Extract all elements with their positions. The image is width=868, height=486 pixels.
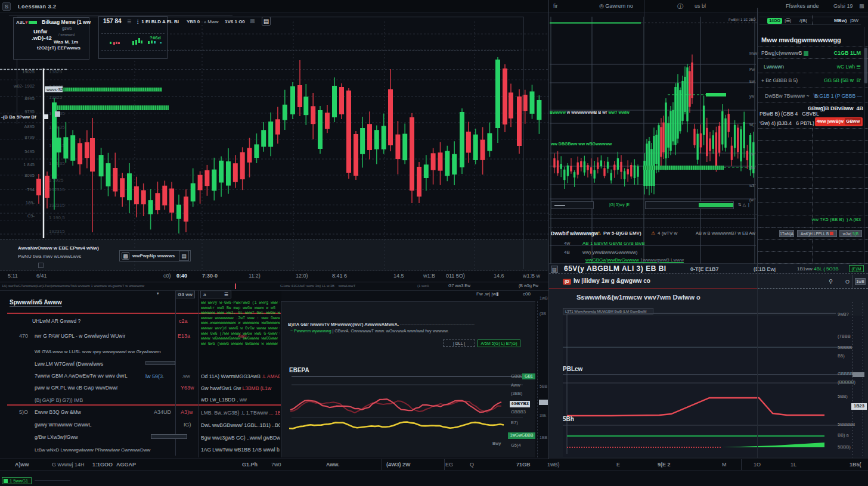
svg-text:192315: 192315 (49, 229, 65, 234)
svg-text:1 190,5: 1 190,5 (49, 215, 65, 220)
svg-text:13825: 13825 (49, 69, 63, 74)
svg-text:FwB)H 1 1E 2BD: FwB)H 1 1E 2BD (728, 18, 756, 21)
svg-text:13825: 13825 (49, 95, 63, 100)
svg-text:1 54.35: 1 54.35 (49, 161, 65, 166)
svg-text:192315: 192315 (49, 187, 65, 192)
svg-text:wwvs·SZI: wwvs·SZI (46, 88, 64, 92)
svg-text:1 54.35: 1 54.35 (49, 124, 65, 130)
svg-text:192315: 192315 (49, 202, 65, 208)
